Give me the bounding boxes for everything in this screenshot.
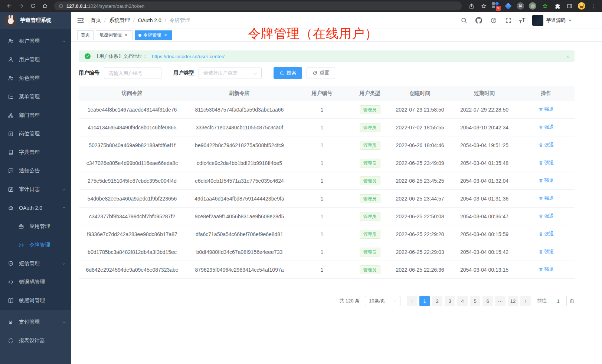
force-logout-button[interactable]: 强退: [539, 142, 554, 148]
command-extension-icon[interactable]: ⌘: [516, 1, 525, 10]
user-id-input[interactable]: [104, 67, 161, 79]
github-icon[interactable]: [475, 16, 483, 24]
gem-extension-icon[interactable]: [504, 1, 513, 10]
force-logout-button[interactable]: 强退: [539, 159, 554, 166]
sidebar-item[interactable]: ¥ 支付管理: [0, 313, 71, 331]
puzzle-extensions-icon[interactable]: [553, 1, 562, 10]
sidebar-item[interactable]: 应用管理: [0, 217, 71, 236]
url-text[interactable]: 127.0.0.1:1024/system/oauth2/token: [66, 3, 144, 9]
force-logout-button[interactable]: 强退: [539, 195, 554, 202]
sidebar-item[interactable]: 通知公告: [0, 162, 71, 180]
bookmark-star-icon[interactable]: [479, 1, 488, 10]
force-logout-button[interactable]: 强退: [539, 106, 554, 113]
user-type-select[interactable]: 请选择用户类型: [199, 67, 262, 79]
sidebar-item[interactable]: 令牌管理: [0, 236, 71, 254]
tag-item[interactable]: 首页 ×: [77, 30, 94, 40]
briefcase-icon: [18, 224, 24, 230]
created-time-cell: 2022-07-02 18:55:55: [389, 125, 451, 130]
browser-menu-icon[interactable]: ⋮: [589, 1, 598, 10]
share-icon[interactable]: [467, 1, 476, 10]
search-icon[interactable]: [460, 16, 468, 24]
extension-grid-icon[interactable]: 9: [491, 1, 500, 10]
user-id-cell: 1: [293, 107, 351, 113]
home-icon[interactable]: [39, 1, 50, 11]
tag-item[interactable]: 令牌管理 ×: [135, 30, 172, 40]
sidebar-item[interactable]: 敏感词管理: [0, 291, 71, 310]
force-logout-button[interactable]: 强退: [539, 213, 554, 219]
tag-close-icon[interactable]: ×: [124, 33, 129, 38]
force-logout-button[interactable]: 强退: [539, 266, 554, 273]
force-logout-button[interactable]: 强退: [539, 231, 554, 237]
expire-time-cell: 2054-03-04 00:36:47: [451, 214, 518, 219]
table-header: 访问令牌 刷新令牌 用户编号 用户类型 创建时间 过期时间 操作: [79, 86, 575, 101]
sidebar-item[interactable]: 报表设计器: [0, 331, 71, 350]
page-button[interactable]: ···: [495, 296, 506, 306]
sidebar-item[interactable]: 字典管理: [0, 143, 71, 162]
user-menu[interactable]: 芋道源码: [532, 15, 572, 26]
page-button[interactable]: 1: [419, 296, 430, 306]
page-size-select[interactable]: 10条/页: [365, 296, 400, 306]
access-token-cell: c347026e805e4d99b0d116eae66eda8c: [79, 160, 186, 166]
profile-avatar[interactable]: [577, 1, 586, 10]
expire-time-cell: 2054-03-04 00:13:15: [451, 267, 518, 273]
user-id-cell: 1: [293, 231, 351, 237]
access-token-cell: b0d1785bc3a8482f812db4a3f3bd15ec: [79, 249, 186, 255]
breadcrumb-item[interactable]: 令牌管理: [170, 17, 190, 24]
refresh-token-cell: e6cfd40eb1f54571a31e775e039c4624: [186, 178, 293, 184]
forward-icon[interactable]: [16, 1, 27, 11]
alert-close-icon[interactable]: ×: [566, 53, 569, 60]
force-logout-button[interactable]: 强退: [539, 177, 554, 184]
user-avatar: [532, 15, 543, 26]
reload-icon[interactable]: [27, 1, 39, 11]
fullscreen-icon[interactable]: [504, 16, 513, 24]
help-icon[interactable]: [490, 16, 498, 24]
tag-item[interactable]: 敏感词管理 ×: [96, 30, 132, 40]
page-button[interactable]: 12: [508, 296, 518, 306]
sidebar-item[interactable]: 错误码管理: [0, 273, 71, 291]
user-type-cell: 管理员: [351, 230, 389, 239]
sidebar-item[interactable]: 短信管理: [0, 254, 71, 273]
font-size-icon[interactable]: TT: [519, 17, 526, 24]
goto-page-input[interactable]: [550, 296, 567, 306]
sidebar-item[interactable]: 部门管理: [0, 106, 71, 125]
sidebar-item[interactable]: 角色管理: [0, 69, 71, 87]
back-icon[interactable]: [4, 1, 15, 11]
page-button[interactable]: 5: [470, 296, 480, 306]
breadcrumb-item[interactable]: 系统管理: [109, 17, 138, 24]
force-logout-button[interactable]: 强退: [539, 248, 554, 255]
user-type-badge: 管理员: [360, 248, 380, 257]
chevron-down-icon: [253, 71, 258, 75]
page-button[interactable]: 6: [482, 296, 493, 306]
breadcrumb-item[interactable]: OAuth 2.0: [138, 17, 170, 23]
sidebar-item[interactable]: 岗位管理: [0, 125, 71, 143]
page-button[interactable]: 2: [432, 296, 442, 306]
sidebar-item[interactable]: 菜单管理: [0, 87, 71, 106]
breadcrumb-item[interactable]: 首页: [91, 17, 109, 24]
sidebar-item[interactable]: 用户管理: [0, 50, 71, 69]
sidebar: 芋道管理系统 租户管理 用户管理 角色管理: [0, 12, 71, 364]
app-logo[interactable]: 芋道管理系统: [0, 12, 71, 29]
reset-button[interactable]: 重置: [307, 67, 335, 79]
force-logout-button[interactable]: 强退: [539, 124, 554, 130]
tag-close-icon[interactable]: ×: [163, 33, 168, 38]
report-icon: [7, 338, 14, 344]
page-button[interactable]: 4: [457, 296, 468, 306]
column-header: 用户类型: [351, 90, 389, 97]
next-page-button[interactable]: [520, 296, 531, 306]
star-extension-icon[interactable]: [540, 1, 549, 10]
user-id-cell: 1: [293, 160, 351, 166]
sidebar-item[interactable]: 租户管理: [0, 32, 71, 50]
recorder-extension-icon[interactable]: [528, 1, 537, 10]
address-bar[interactable]: 127.0.0.1:1024/system/oauth2/token: [54, 1, 462, 10]
search-button[interactable]: 搜索: [274, 67, 302, 79]
site-info-icon[interactable]: [59, 4, 63, 9]
user-id-cell: 1: [293, 267, 351, 273]
side-panel-icon[interactable]: [565, 1, 574, 10]
doc-link[interactable]: https://doc.iocoder.cn/user-center/: [152, 54, 225, 59]
sidebar-item[interactable]: 审计日志: [0, 180, 71, 199]
prev-page-button[interactable]: [407, 296, 417, 306]
sidebar-item[interactable]: OAuth 2.0: [0, 199, 71, 217]
table-row: 6d842e2924594de9a09e45e087323abe 8796295…: [79, 261, 575, 279]
sidebar-toggle-icon[interactable]: [76, 16, 85, 24]
page-button[interactable]: 3: [445, 296, 455, 306]
